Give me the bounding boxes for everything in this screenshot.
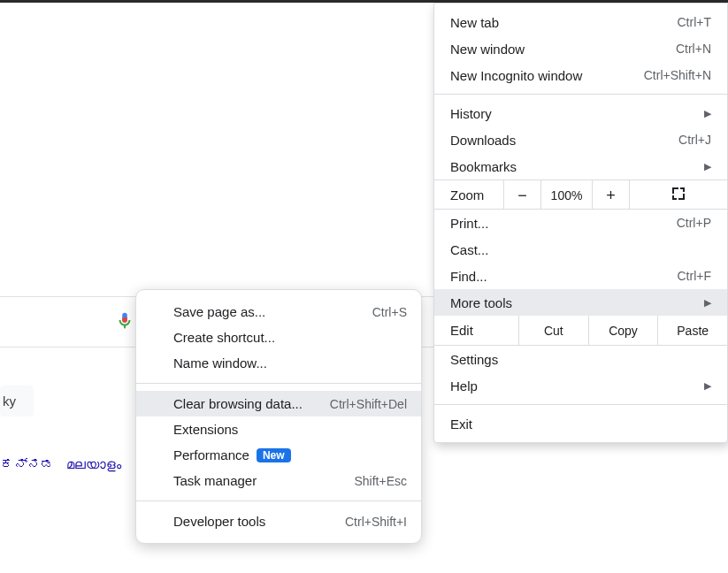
submenu-item-save-page[interactable]: Save page as... Ctrl+S xyxy=(136,299,421,325)
edit-paste-button[interactable]: Paste xyxy=(658,316,727,345)
menu-item-find[interactable]: Find... Ctrl+F xyxy=(434,263,727,289)
submenu-separator xyxy=(136,500,421,501)
fullscreen-button[interactable] xyxy=(629,180,727,209)
language-links: ಕನ್ನಡ മലയാളം xyxy=(0,456,130,472)
submenu-separator xyxy=(136,383,421,384)
menu-item-bookmarks[interactable]: Bookmarks ▶ xyxy=(434,153,727,180)
submenu-arrow-icon: ▶ xyxy=(704,161,711,172)
feeling-lucky-button[interactable]: ky xyxy=(0,386,34,416)
fullscreen-icon xyxy=(672,187,685,200)
menu-item-downloads[interactable]: Downloads Ctrl+J xyxy=(434,126,727,153)
zoom-out-button[interactable]: − xyxy=(503,180,540,209)
menu-separator xyxy=(434,404,727,405)
edit-cut-button[interactable]: Cut xyxy=(519,316,589,345)
voice-search-icon[interactable] xyxy=(115,311,134,331)
menu-separator xyxy=(434,94,727,95)
menu-zoom-row: Zoom − 100% + xyxy=(434,180,727,210)
menu-item-new-window[interactable]: New window Ctrl+N xyxy=(434,35,727,62)
language-link[interactable]: ಕನ್ನಡ xyxy=(0,456,54,471)
zoom-value: 100% xyxy=(540,180,592,209)
submenu-arrow-icon: ▶ xyxy=(704,108,711,119)
new-badge: New xyxy=(257,448,291,462)
submenu-arrow-icon: ▶ xyxy=(704,380,711,392)
submenu-item-create-shortcut[interactable]: Create shortcut... xyxy=(136,325,421,350)
edit-copy-button[interactable]: Copy xyxy=(589,316,659,345)
menu-item-more-tools[interactable]: More tools ▶ xyxy=(434,289,727,316)
submenu-item-name-window[interactable]: Name window... xyxy=(136,350,421,376)
menu-item-new-tab[interactable]: New tab Ctrl+T xyxy=(434,9,727,35)
more-tools-submenu: Save page as... Ctrl+S Create shortcut..… xyxy=(135,289,422,544)
zoom-in-button[interactable]: + xyxy=(592,180,629,209)
zoom-label: Zoom xyxy=(434,187,503,202)
submenu-item-extensions[interactable]: Extensions xyxy=(136,416,421,442)
menu-item-print[interactable]: Print... Ctrl+P xyxy=(434,210,727,236)
submenu-item-clear-browsing-data[interactable]: Clear browsing data... Ctrl+Shift+Del xyxy=(136,391,421,416)
chrome-main-menu: New tab Ctrl+T New window Ctrl+N New Inc… xyxy=(433,3,728,443)
submenu-item-task-manager[interactable]: Task manager Shift+Esc xyxy=(136,468,421,493)
submenu-arrow-icon: ▶ xyxy=(704,297,711,309)
edit-label: Edit xyxy=(434,316,519,345)
submenu-item-developer-tools[interactable]: Developer tools Ctrl+Shift+I xyxy=(136,508,421,534)
menu-item-help[interactable]: Help ▶ xyxy=(434,372,727,399)
menu-item-settings[interactable]: Settings xyxy=(434,346,727,372)
language-link[interactable]: മലയാളം xyxy=(66,456,121,471)
submenu-item-performance[interactable]: Performance New xyxy=(136,442,421,468)
menu-edit-row: Edit Cut Copy Paste xyxy=(434,316,727,346)
menu-item-new-incognito[interactable]: New Incognito window Ctrl+Shift+N xyxy=(434,62,727,88)
menu-item-history[interactable]: History ▶ xyxy=(434,100,727,126)
menu-item-exit[interactable]: Exit xyxy=(434,410,727,437)
menu-item-cast[interactable]: Cast... xyxy=(434,236,727,263)
